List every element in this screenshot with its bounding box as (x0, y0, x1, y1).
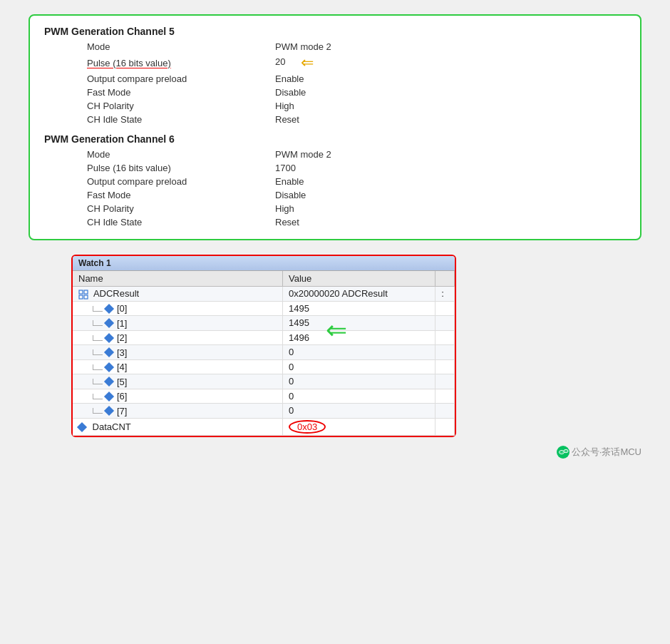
datacnt-name-cell: DataCNT (73, 418, 283, 435)
array-index-7: [7] (73, 404, 283, 419)
watermark: 公众号·茶话MCU (557, 446, 641, 459)
array-index-6: [6] (73, 389, 283, 404)
extra (436, 374, 455, 389)
extra (436, 345, 455, 360)
watch-panel: Watch 1 Name Value (71, 255, 456, 437)
array-row-4: [4] 0 (73, 359, 455, 374)
array-value-0: 1495 (283, 301, 436, 316)
label: CH Polarity (44, 99, 272, 113)
col-header-extra (436, 271, 455, 287)
label: CH Idle State (44, 215, 272, 229)
array-value-4: 0 (283, 359, 436, 374)
value: Reset (272, 215, 626, 229)
channel5-title: PWM Generation Channel 5 (44, 26, 626, 37)
diamond-icon (104, 332, 114, 342)
diamond-icon (104, 391, 114, 401)
value: Enable (272, 72, 626, 86)
datacnt-row: DataCNT 0x03 (73, 418, 455, 435)
table-row: Output compare preload Enable (44, 175, 626, 188)
adc-extra: : (436, 287, 455, 302)
diamond-icon (77, 422, 87, 432)
array-value-7: 0 (283, 404, 436, 419)
adc-name: ADCResult (93, 288, 139, 299)
extra (436, 330, 455, 345)
label: Output compare preload (44, 175, 272, 188)
array-index-2: [2] (73, 330, 283, 345)
array-row-2: [2] 1496 (73, 330, 455, 345)
table-row: CH Idle State Reset (44, 113, 626, 126)
label: Output compare preload (44, 72, 272, 86)
pwm-config-panel: PWM Generation Channel 5 Mode PWM mode 2… (29, 14, 641, 240)
label: Fast Mode (44, 188, 272, 202)
diamond-icon (104, 362, 114, 372)
label: CH Idle State (44, 113, 272, 126)
svg-rect-3 (84, 295, 88, 299)
value: PWM mode 2 (272, 148, 626, 161)
diamond-icon (104, 377, 114, 387)
array-value-5: 0 (283, 374, 436, 389)
svg-rect-1 (84, 290, 88, 294)
label: Pulse (16 bits value) (44, 53, 272, 72)
array-index-0: [0] (73, 301, 283, 316)
array-row-0: [0] 1495 (73, 301, 455, 316)
array-value-3: 0 (283, 345, 436, 360)
watermark-text: 公众号·茶话MCU (572, 446, 641, 459)
pulse-label: Pulse (16 bits value) (87, 58, 171, 68)
adc-value-cell: 0x20000020 ADCResult (283, 287, 436, 302)
table-row: Output compare preload Enable (44, 72, 626, 86)
watch-title: Watch 1 (73, 256, 455, 271)
array-row-6: [6] 0 (73, 389, 455, 404)
table-row: CH Idle State Reset (44, 215, 626, 229)
green-arrow-icon: ⇐ (326, 317, 347, 343)
array-row-5: [5] 0 (73, 374, 455, 389)
value: Disable (272, 86, 626, 99)
col-header-value: Value (283, 271, 436, 287)
wechat-icon (557, 446, 570, 459)
value: PWM mode 2 (272, 40, 626, 53)
channel6-table: Mode PWM mode 2 Pulse (16 bits value) 17… (44, 148, 626, 229)
table-row: Fast Mode Disable (44, 86, 626, 99)
channel5-table: Mode PWM mode 2 Pulse (16 bits value) 20… (44, 40, 626, 126)
diamond-icon (104, 303, 114, 313)
diamond-icon (104, 347, 114, 357)
array-index-4: [4] (73, 359, 283, 374)
label: Mode (44, 148, 272, 161)
label: Pulse (16 bits value) (44, 161, 272, 175)
array-value-1: 1495 ⇐ (283, 316, 436, 331)
diamond-icon (104, 406, 114, 416)
array-value-2: 1496 (283, 330, 436, 345)
extra (436, 359, 455, 374)
label: CH Polarity (44, 202, 272, 215)
extra (436, 389, 455, 404)
table-row: CH Polarity High (44, 99, 626, 113)
table-row: CH Polarity High (44, 202, 626, 215)
value: Reset (272, 113, 626, 126)
svg-point-7 (560, 451, 561, 452)
table-row: Fast Mode Disable (44, 188, 626, 202)
label: Fast Mode (44, 86, 272, 99)
value: Disable (272, 188, 626, 202)
value: High (272, 99, 626, 113)
table-row: Mode PWM mode 2 (44, 40, 626, 53)
svg-point-9 (565, 450, 565, 451)
diamond-icon (104, 318, 114, 328)
array-index-1: [1] (73, 316, 283, 331)
extra (436, 404, 455, 419)
array-value-6: 0 (283, 389, 436, 404)
svg-point-10 (566, 450, 567, 451)
channel6-title: PWM Generation Channel 6 (44, 133, 626, 145)
value: Enable (272, 175, 626, 188)
array-index-5: [5] (73, 374, 283, 389)
svg-rect-2 (79, 295, 83, 299)
adc-result-row: ADCResult 0x20000020 ADCResult : (73, 287, 455, 302)
value: 20 ⇐ (272, 53, 626, 72)
datacnt-value: 0x03 (289, 420, 326, 434)
array-row-3: [3] 0 (73, 345, 455, 360)
array-index-3: [3] (73, 345, 283, 360)
yellow-arrow-icon: ⇐ (301, 55, 314, 71)
value: 1700 (272, 161, 626, 175)
col-header-name: Name (73, 271, 283, 287)
array-row-1: [1] 1495 ⇐ (73, 316, 455, 331)
extra (436, 418, 455, 435)
extra (436, 316, 455, 331)
